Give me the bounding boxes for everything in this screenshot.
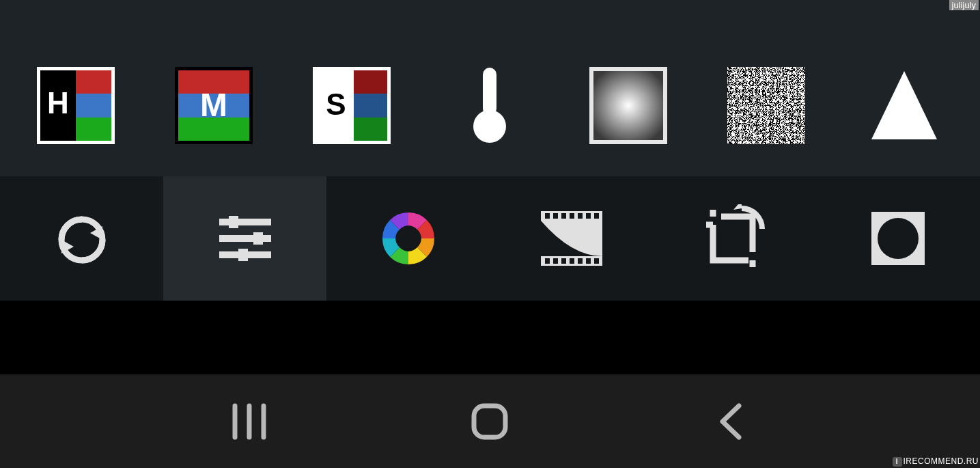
status-bar xyxy=(0,0,980,34)
highlights-icon: H xyxy=(37,67,115,144)
shadows-icon: S xyxy=(313,67,391,144)
home-icon xyxy=(469,401,510,442)
category-filter[interactable] xyxy=(490,176,654,301)
svg-text:H: H xyxy=(47,86,69,120)
svg-rect-45 xyxy=(553,258,558,264)
back-icon xyxy=(716,402,746,441)
watermark-user: julijuly xyxy=(949,0,979,10)
category-adjust[interactable] xyxy=(163,176,326,301)
midtones-icon: M xyxy=(175,67,253,144)
svg-point-53 xyxy=(878,218,919,259)
svg-marker-22 xyxy=(871,71,937,139)
svg-rect-44 xyxy=(545,258,550,264)
svg-rect-26 xyxy=(219,235,271,242)
svg-rect-16 xyxy=(483,68,496,115)
svg-rect-49 xyxy=(586,258,591,264)
svg-rect-32 xyxy=(253,232,263,245)
svg-marker-51 xyxy=(733,204,742,210)
svg-rect-25 xyxy=(219,219,271,225)
crop-icon xyxy=(701,204,769,273)
svg-rect-33 xyxy=(238,249,248,261)
svg-rect-40 xyxy=(570,213,574,219)
category-reset[interactable] xyxy=(0,176,163,301)
tool-sharpen[interactable] xyxy=(863,64,945,146)
film-icon xyxy=(541,211,602,266)
svg-rect-3 xyxy=(76,70,111,94)
svg-point-34 xyxy=(397,228,419,249)
category-shape[interactable] xyxy=(817,176,980,301)
watermark-site-label: IRECOMMEND.RU xyxy=(904,456,979,466)
tool-vignette[interactable] xyxy=(587,64,669,146)
svg-rect-38 xyxy=(553,213,558,219)
svg-rect-21 xyxy=(727,67,805,144)
svg-rect-14 xyxy=(354,94,387,118)
color-icon xyxy=(379,209,438,268)
svg-rect-41 xyxy=(578,213,583,219)
nav-recents[interactable] xyxy=(188,402,309,441)
noise-icon xyxy=(727,67,805,144)
recents-icon xyxy=(229,402,269,441)
svg-rect-57 xyxy=(474,406,505,437)
svg-rect-13 xyxy=(354,70,387,94)
category-toolbar xyxy=(0,176,980,301)
svg-text:M: M xyxy=(200,87,227,123)
category-color[interactable] xyxy=(326,176,490,301)
shape-icon xyxy=(871,212,925,265)
svg-rect-46 xyxy=(561,258,566,264)
svg-rect-5 xyxy=(76,118,111,141)
svg-rect-4 xyxy=(76,94,111,118)
svg-rect-15 xyxy=(354,118,387,141)
svg-rect-43 xyxy=(594,213,599,219)
reset-icon xyxy=(53,212,111,264)
sharpen-icon xyxy=(869,70,940,141)
svg-rect-48 xyxy=(578,258,583,264)
svg-rect-31 xyxy=(229,216,238,228)
watermark-badge-icon: I xyxy=(893,457,902,467)
tool-noise[interactable] xyxy=(725,64,807,146)
svg-rect-50 xyxy=(594,258,599,264)
tool-midtones[interactable]: M xyxy=(173,64,255,146)
tool-temperature[interactable] xyxy=(449,64,531,146)
svg-rect-19 xyxy=(593,71,663,140)
adjustments-toolbar: H M S xyxy=(0,34,980,176)
vignette-icon xyxy=(589,67,667,144)
tool-highlights[interactable]: H xyxy=(35,64,117,146)
tool-shadows[interactable]: S xyxy=(311,64,393,146)
svg-rect-42 xyxy=(586,213,591,219)
sliders-icon xyxy=(219,216,271,261)
svg-text:S: S xyxy=(326,87,346,121)
nav-home[interactable] xyxy=(430,401,550,442)
svg-rect-47 xyxy=(570,258,574,264)
temperature-icon xyxy=(469,65,510,146)
svg-rect-37 xyxy=(545,213,550,219)
svg-rect-39 xyxy=(561,213,566,219)
system-nav-bar xyxy=(0,374,980,468)
watermark-site: IIRECOMMEND.RU xyxy=(893,456,979,467)
category-crop[interactable] xyxy=(654,176,817,301)
spacer xyxy=(0,301,980,374)
svg-point-17 xyxy=(473,110,506,143)
nav-back[interactable] xyxy=(671,402,791,441)
